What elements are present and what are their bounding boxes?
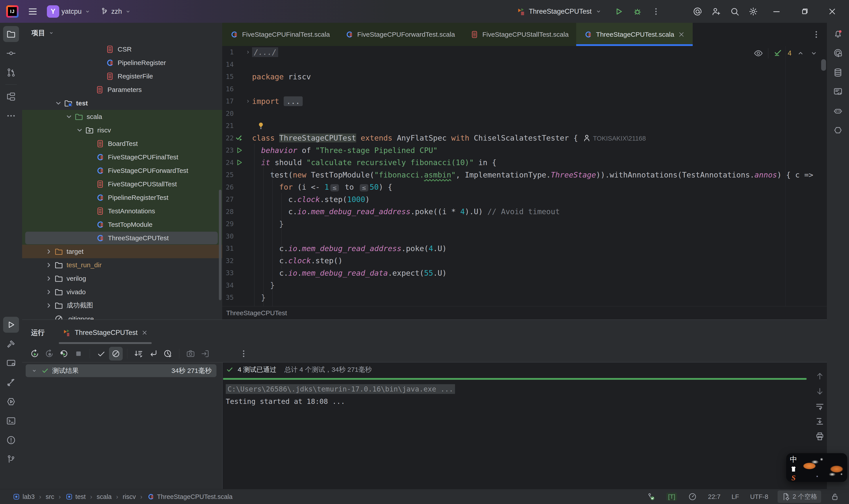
tool-documentation-button[interactable]	[830, 84, 846, 100]
status-crumb-threestagecputest-scala[interactable]: ThreeStageCPUTest.scala	[147, 493, 233, 501]
window-minimize-button[interactable]	[764, 2, 789, 21]
status-crumb-test[interactable]: test	[65, 493, 86, 501]
tree-item-fivestagecpufinaltest[interactable]: FiveStageCPUFinalTest	[22, 150, 222, 164]
more-actions-kebab[interactable]	[648, 4, 664, 19]
soft-wrap-icon[interactable]	[815, 401, 825, 411]
tool-database-button[interactable]	[830, 65, 846, 80]
project-switcher[interactable]: Y yatcpu	[47, 5, 91, 18]
tree-item-threestagecputest[interactable]: ThreeStageCPUTest	[22, 231, 222, 245]
tree-item-gitignore[interactable]: .gitignore	[22, 312, 222, 320]
tool-run-anything-button[interactable]	[3, 394, 19, 410]
arrow-down-icon[interactable]	[815, 386, 825, 396]
editor-tab-fivestagecpufinaltest-scala[interactable]: FiveStageCPUFinalTest.scala	[222, 23, 337, 46]
code-line-35[interactable]: 35 }	[222, 291, 827, 304]
run-more-kebab-button[interactable]	[237, 347, 251, 361]
chevron-down-icon[interactable]	[31, 367, 38, 375]
editor-tab-fivestagecpuforwardtest-scala[interactable]: FiveStageCPUForwardTest.scala	[337, 23, 463, 46]
code-line-31[interactable]: 31 c.io.mem_debug_read_address.poke(4.U)	[222, 242, 827, 255]
tool-terminal-button[interactable]	[3, 413, 19, 429]
test-results-row[interactable]: 测试结果 34秒 271毫秒	[26, 364, 216, 377]
show-ignored-button[interactable]	[109, 347, 123, 361]
tool-ai-assistant-button[interactable]	[830, 45, 846, 61]
code-line-32[interactable]: 32 c.clock.step()	[222, 255, 827, 267]
close-icon[interactable]	[141, 329, 148, 336]
code-line-20[interactable]: 20	[222, 107, 827, 120]
search-everywhere-button[interactable]	[727, 4, 742, 19]
tree-item-verilog[interactable]: verilog	[22, 272, 222, 285]
tree-item-target[interactable]: target	[22, 245, 222, 258]
tool-pull-requests-button[interactable]	[3, 65, 19, 80]
tab-options-kebab-icon[interactable]	[811, 30, 821, 39]
code-line-14[interactable]: 14	[222, 58, 827, 71]
tree-item-boardtest[interactable]: BoardTest	[22, 137, 222, 150]
status-git-status[interactable]	[645, 490, 657, 503]
close-icon[interactable]	[678, 31, 685, 38]
project-panel-header[interactable]: 项目	[22, 23, 222, 43]
tool-project-folder-button[interactable]	[3, 26, 19, 42]
tool-more-button[interactable]	[3, 108, 19, 124]
ai-assistant-button[interactable]	[690, 4, 705, 19]
hamburger-menu-icon[interactable]	[27, 6, 38, 17]
tree-item-fivestagecpustalltest[interactable]: FiveStageCPUStallTest	[22, 177, 222, 191]
export-button[interactable]	[198, 347, 212, 361]
debug-button[interactable]	[630, 4, 645, 19]
tool-commit-button[interactable]	[3, 45, 19, 61]
tool-run-button[interactable]	[3, 317, 19, 333]
chevron-down-icon[interactable]	[810, 49, 818, 57]
status-performance-gauge[interactable]	[686, 490, 699, 503]
code-line-21[interactable]: 21	[222, 120, 827, 132]
scroll-end-icon[interactable]	[815, 416, 825, 426]
tree-item-testtopmodule[interactable]: TestTopModule	[22, 218, 222, 231]
code-line-15[interactable]: 15package riscv	[222, 71, 827, 83]
chevron-right-icon[interactable]	[43, 287, 54, 297]
branch-switcher[interactable]: zzh	[100, 7, 131, 16]
status-crumb-scala[interactable]: scala	[97, 493, 112, 501]
code-line-16[interactable]: 16	[222, 83, 827, 95]
status-crumb-src[interactable]: src	[46, 493, 54, 501]
status-crumb-riscv[interactable]: riscv	[123, 493, 136, 501]
rerun-auto-button[interactable]	[57, 347, 71, 361]
tree-item-registerfile[interactable]: RegisterFile	[22, 69, 222, 83]
editor-tab-fivestagecpustalltest-scala[interactable]: FiveStageCPUStallTest.scala	[463, 23, 576, 46]
tree-item-riscv[interactable]: riscv	[22, 123, 222, 137]
rerun-failed-button[interactable]	[42, 347, 56, 361]
editor-breadcrumbs[interactable]: ThreeStageCPUTest	[222, 306, 827, 320]
breadcrumb[interactable]: ThreeStageCPUTest	[226, 309, 287, 317]
tree-item-成功截图[interactable]: 成功截图	[22, 299, 222, 312]
code-line-33[interactable]: 33 c.io.mem_debug_read_data.expect(55.U)	[222, 267, 827, 279]
tree-item-test[interactable]: test	[22, 96, 222, 110]
history-button[interactable]	[161, 347, 175, 361]
code-line-30[interactable]: 30	[222, 230, 827, 242]
chevron-right-icon[interactable]	[43, 274, 54, 283]
tree-item-testannotations[interactable]: TestAnnotations	[22, 204, 222, 218]
ime-language[interactable]: 中	[790, 454, 797, 464]
chevron-right-icon[interactable]	[43, 247, 54, 256]
tool-services-button[interactable]	[3, 355, 19, 371]
tree-item-csr[interactable]: CSR	[22, 43, 222, 56]
code-line-29[interactable]: 29 }	[222, 218, 827, 230]
screenshot-button[interactable]	[184, 347, 197, 361]
status-crumb-lab3[interactable]: lab3	[12, 493, 35, 501]
tree-item-test-run-dir[interactable]: test_run_dir	[22, 258, 222, 272]
tree-item-pipelineregister[interactable]: PipelineRegister	[22, 56, 222, 69]
tool-problems-button[interactable]	[3, 432, 19, 448]
tree-item-pipelineregistertest[interactable]: PipelineRegisterTest	[22, 191, 222, 204]
tree-item-vivado[interactable]: vivado	[22, 285, 222, 299]
editor-tab-threestagecputest-scala[interactable]: ThreeStageCPUTest.scala	[576, 23, 693, 46]
code-line-1[interactable]: 1/.../	[222, 46, 827, 58]
tool-version-control-button[interactable]	[3, 451, 19, 467]
status-caret-position[interactable]: 22:7	[706, 490, 722, 503]
code-line-26[interactable]: 26 for (i <- 1≤ to ≤50) {	[222, 181, 827, 194]
chevron-up-icon[interactable]	[796, 49, 805, 57]
tool-ai-robot-button[interactable]	[830, 103, 846, 119]
tool-build-button[interactable]	[3, 336, 19, 352]
tool-tools-button[interactable]	[3, 375, 19, 390]
ime-brand-logo[interactable]: S	[792, 474, 796, 482]
code-with-me-button[interactable]	[708, 4, 724, 19]
arrow-up-icon[interactable]	[815, 371, 825, 381]
code-line-36[interactable]: 36 it should "quicksort 10 numbers" in {	[222, 304, 827, 306]
code-line-25[interactable]: 25 test(new TestTopModule("fibonacci.asm…	[222, 169, 827, 181]
code-editor[interactable]: 1/.../1415package riscv1617import ...202…	[222, 46, 827, 306]
console-output[interactable]: C:\Users\26586\.jdks\temurin-17.0.16\bin…	[226, 383, 805, 408]
chevron-right-icon[interactable]	[43, 260, 54, 270]
